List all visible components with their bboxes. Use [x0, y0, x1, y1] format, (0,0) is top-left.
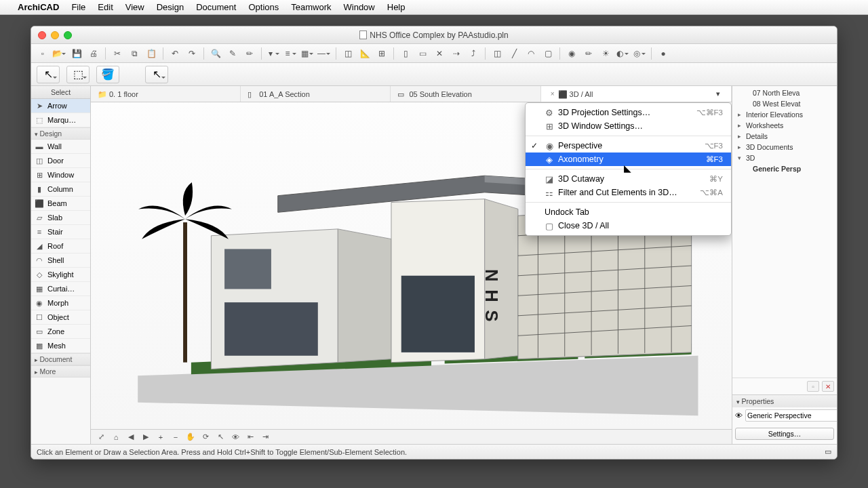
bucket-tool[interactable]: 🪣 [96, 66, 119, 83]
status-icon[interactable]: ▭ [825, 447, 831, 456]
menu-teamwork[interactable]: Teamwork [291, 2, 331, 12]
menu-file[interactable]: File [71, 2, 85, 12]
vt-zoomin[interactable]: + [155, 432, 167, 443]
tab-floor[interactable]: 📁0. 1 floor [91, 86, 241, 102]
zoom-button[interactable]: 🔍 [208, 47, 223, 60]
tool-object[interactable]: ☐Object [31, 310, 90, 325]
menu-axonometry[interactable]: ◈Axonometry⌘F3 [526, 152, 731, 166]
tool-curtain[interactable]: ▦Curtai… [31, 282, 90, 296]
copy-button[interactable]: ⧉ [127, 47, 142, 60]
tab-3d[interactable]: × ⬛ 3D / All ▾ [541, 86, 732, 102]
menu-perspective[interactable]: ✓◉Perspective⌥F3 [526, 139, 731, 152]
menu-close-3d[interactable]: ▢Close 3D / All [526, 219, 731, 232]
tool-stair[interactable]: ≡Stair [31, 225, 90, 239]
box-button[interactable]: ▢ [540, 47, 555, 60]
edit-tool[interactable]: ✎ [225, 47, 240, 60]
menu-view[interactable]: View [125, 2, 144, 12]
close-tab-icon[interactable]: × [551, 90, 555, 98]
new-button[interactable]: ▫ [35, 47, 50, 60]
sun-button[interactable]: ☀ [598, 47, 613, 60]
tool-mesh[interactable]: ▩Mesh [31, 339, 90, 353]
open-button[interactable]: 📂 [52, 47, 67, 60]
vt-prev[interactable]: ◀ [125, 432, 137, 443]
tool-morph[interactable]: ◉Morph [31, 296, 90, 310]
vt-pan[interactable]: ✋ [184, 432, 197, 443]
tool-door[interactable]: ◫Door [31, 154, 90, 168]
tab-elevation[interactable]: ▭05 South Elevation [391, 86, 540, 102]
settings-button[interactable]: Settings… [735, 428, 834, 440]
grid-button[interactable]: ⊞ [374, 47, 389, 60]
link-button[interactable]: ⇢ [449, 47, 464, 60]
vt-back[interactable]: ⇤ [244, 432, 256, 443]
menu-options[interactable]: Options [248, 2, 279, 12]
vt-home[interactable]: ⌂ [110, 432, 122, 443]
app-menu[interactable]: ArchiCAD [18, 2, 59, 12]
publish-button[interactable]: ● [656, 47, 671, 60]
properties-header[interactable]: Properties [732, 395, 837, 407]
menu-3d-win-settings[interactable]: ⊞3D Window Settings… [526, 119, 731, 133]
material-button[interactable]: ✏ [581, 47, 596, 60]
vt-fit[interactable]: ⤢ [95, 432, 107, 443]
toolbox-design-group[interactable]: Design [31, 127, 90, 140]
tool-roof[interactable]: ◢Roof [31, 239, 90, 253]
nav-node-persp[interactable]: Generic Persp [732, 163, 837, 174]
view-name-field[interactable] [745, 409, 837, 422]
menu-3d-proj-settings[interactable]: ⚙3D Projection Settings…⌥⌘F3 [526, 106, 731, 119]
zoom-window-button[interactable] [64, 31, 72, 39]
close-x-button[interactable]: ✕ [432, 47, 447, 60]
break-button[interactable]: ⤴ [466, 47, 481, 60]
line-button[interactable]: ╱ [507, 47, 521, 60]
marquee-tool[interactable]: ⬚ [66, 66, 90, 83]
navigator-tree[interactable]: 07 North Eleva 08 West Elevat ▸Interior … [732, 86, 837, 378]
menu-filter-cut[interactable]: ⚏Filter and Cut Elements in 3D…⌥⌘A [526, 186, 731, 199]
select-mode[interactable]: ▾ [266, 47, 281, 60]
tool-slab[interactable]: ▱Slab [31, 211, 90, 225]
print-button[interactable]: 🖨 [86, 47, 101, 60]
nav-node[interactable]: 08 West Elevat [732, 98, 837, 109]
tool-window[interactable]: ⊞Window [31, 168, 90, 182]
minimize-window-button[interactable] [51, 31, 59, 39]
vt-orbit[interactable]: ⟳ [199, 432, 212, 443]
elevation-button[interactable]: ▭ [415, 47, 430, 60]
layers-button[interactable]: ≡ [283, 47, 298, 60]
menu-window[interactable]: Window [344, 2, 375, 12]
3d-viewport[interactable]: NHS [91, 102, 732, 429]
measure-button[interactable]: 📐 [357, 47, 372, 60]
menu-help[interactable]: Help [387, 2, 406, 12]
dim-button[interactable]: — [317, 47, 332, 60]
toolbox-more-group[interactable]: More [31, 365, 90, 378]
tool-shell[interactable]: ◠Shell [31, 253, 90, 268]
render-button[interactable]: ◉ [564, 47, 579, 60]
nav-delete-button[interactable]: ✕ [822, 381, 834, 392]
vt-arrow[interactable]: ↖ [214, 432, 226, 443]
tool-arrow[interactable]: ➤Arrow [31, 99, 90, 113]
nav-node[interactable]: ▸3D Documents [732, 142, 837, 152]
toolbox-document-group[interactable]: Document [31, 353, 90, 365]
vt-eye[interactable]: 👁 [229, 432, 241, 443]
tab-section[interactable]: ▯01 A_A Section [241, 86, 391, 102]
nav-node[interactable]: ▸Interior Elevations [732, 109, 837, 120]
menu-design[interactable]: Design [157, 2, 184, 12]
nav-node[interactable]: ▸Worksheets [732, 120, 837, 131]
vt-next[interactable]: ▶ [140, 432, 152, 443]
nav-node-3d[interactable]: ▾3D [732, 152, 837, 163]
tab-dropdown-icon[interactable]: ▾ [716, 89, 724, 98]
vt-fwd[interactable]: ⇥ [259, 432, 271, 443]
shadow-button[interactable]: ◐ [615, 47, 630, 60]
arrow-tool-infobar[interactable]: ↖ [145, 66, 168, 83]
tool-skylight[interactable]: ◇Skylight [31, 268, 90, 282]
tool-zone[interactable]: ▭Zone [31, 325, 90, 339]
menu-edit[interactable]: Edit [98, 2, 113, 12]
nav-node[interactable]: 07 North Eleva [732, 87, 837, 98]
paste-button[interactable]: 📋 [144, 47, 159, 60]
nav-new-button[interactable]: ▫ [807, 381, 819, 392]
titlebar[interactable]: NHS Office Complex by PAAstudio.pln [31, 26, 837, 44]
section-button[interactable]: ▯ [398, 47, 413, 60]
save-button[interactable]: 💾 [69, 47, 84, 60]
vt-zoomout[interactable]: − [170, 432, 182, 443]
undo-button[interactable]: ↶ [167, 47, 182, 60]
tool-marquee[interactable]: ⬚Marqu… [31, 113, 90, 127]
tool-column[interactable]: ▮Column [31, 182, 90, 197]
menu-undock-tab[interactable]: Undock Tab [526, 205, 731, 219]
redo-button[interactable]: ↷ [184, 47, 199, 60]
